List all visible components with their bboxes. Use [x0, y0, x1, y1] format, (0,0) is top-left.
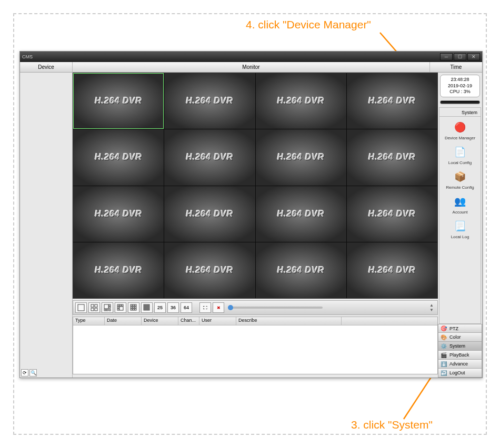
svg-rect-16 — [117, 307, 119, 308]
clock-widget: 23:48:28 2019-02-19 CPU : 3% — [440, 75, 480, 97]
svg-rect-18 — [117, 309, 119, 310]
video-cell[interactable]: H.264 DVR — [256, 129, 346, 185]
system-item-label: Device Manager — [442, 136, 478, 140]
menu-item-label: LogOut — [449, 370, 465, 375]
maximize-button[interactable]: ☐ — [454, 53, 466, 60]
svg-rect-4 — [95, 304, 97, 307]
log-column-header[interactable]: Date — [105, 317, 142, 325]
menu-item-label: PTZ — [449, 326, 458, 331]
device-tree-panel: ⟳ 🔍 — [20, 73, 73, 378]
svg-rect-19 — [131, 304, 132, 306]
playback-icon: 🎬 — [441, 352, 447, 358]
layout-25-button[interactable]: 25 — [154, 302, 166, 313]
menu-item-label: Color — [449, 334, 461, 340]
layout-6-icon[interactable] — [102, 302, 113, 313]
svg-rect-12 — [109, 309, 111, 311]
page-down-icon[interactable]: ▼ — [428, 308, 435, 312]
menu-item-playback[interactable]: 🎬 PlayBack — [438, 351, 482, 360]
layout-64-button[interactable]: 64 — [181, 302, 192, 313]
svg-rect-5 — [91, 308, 94, 311]
local-log-icon: 📃 — [453, 219, 467, 233]
svg-rect-24 — [135, 307, 136, 308]
disconnect-icon[interactable]: ✖ — [213, 302, 224, 313]
zoom-slider[interactable] — [228, 307, 323, 309]
system-panel-title: System — [439, 110, 481, 117]
video-cell[interactable]: H.264 DVR — [164, 73, 255, 129]
system-item-local-config[interactable]: 📄 Local Config — [442, 145, 478, 165]
video-cell[interactable]: H.264 DVR — [347, 242, 437, 298]
menu-item-system[interactable]: ⚙️ System — [438, 342, 482, 351]
tabs-bar: Device Monitor Time — [20, 62, 482, 73]
layout-36-button[interactable]: 36 — [167, 302, 179, 313]
system-item-label: Local Config — [442, 160, 478, 165]
svg-rect-33 — [145, 306, 146, 307]
video-cell[interactable]: H.264 DVR — [347, 129, 437, 185]
titlebar: CMS ─ ☐ ✕ — [20, 52, 482, 62]
system-item-local-log[interactable]: 📃 Local Log — [442, 219, 478, 239]
page-up-icon[interactable]: ▲ — [428, 303, 435, 308]
side-menu: 🎯 PTZ🎨 Color⚙️ System🎬 PlayBack⬇️ Advanc… — [438, 324, 482, 378]
tab-monitor[interactable]: Monitor — [73, 62, 429, 72]
tab-device[interactable]: Device — [20, 62, 73, 72]
annotation-step4: 4. click "Device Manager" — [246, 18, 371, 31]
system-item-label: Remote Config — [442, 185, 478, 190]
search-icon[interactable]: 🔍 — [29, 369, 37, 376]
system-item-device-manager[interactable]: 🔴 Device Manager — [442, 120, 478, 140]
svg-rect-27 — [135, 309, 136, 310]
video-cell[interactable]: H.264 DVR — [73, 73, 164, 129]
layout-4-icon[interactable] — [88, 302, 100, 313]
main-area: H.264 DVRH.264 DVRH.264 DVRH.264 DVRH.26… — [73, 73, 438, 378]
svg-rect-31 — [148, 304, 149, 306]
video-cell[interactable]: H.264 DVR — [256, 73, 346, 129]
svg-rect-6 — [95, 308, 97, 311]
svg-rect-38 — [147, 308, 148, 309]
svg-rect-41 — [145, 309, 146, 310]
menu-item-ptz[interactable]: 🎯 PTZ — [438, 324, 482, 333]
svg-rect-32 — [144, 306, 145, 307]
video-cell[interactable]: H.264 DVR — [347, 73, 437, 129]
menu-item-color[interactable]: 🎨 Color — [438, 333, 482, 342]
svg-rect-37 — [145, 308, 146, 309]
video-cell[interactable]: H.264 DVR — [347, 186, 437, 242]
fullscreen-icon[interactable]: ⛶ — [199, 302, 211, 313]
svg-rect-28 — [144, 304, 145, 306]
page-frame: 4. click "Device Manager" 3. click "Syst… — [13, 13, 487, 435]
remote-config-icon: 📦 — [453, 169, 467, 184]
video-cell[interactable]: H.264 DVR — [73, 129, 164, 185]
tab-time[interactable]: Time — [429, 62, 482, 72]
video-cell[interactable]: H.264 DVR — [256, 186, 346, 242]
menu-item-logout[interactable]: ↩️ LogOut — [438, 369, 482, 378]
log-column-header[interactable]: Device — [142, 317, 178, 325]
video-cell[interactable]: H.264 DVR — [73, 186, 164, 242]
system-item-account[interactable]: 👥 Account — [442, 194, 478, 215]
color-icon: 🎨 — [441, 334, 447, 340]
svg-rect-2 — [78, 304, 84, 311]
log-column-header[interactable]: Describe — [236, 317, 342, 325]
video-cell[interactable]: H.264 DVR — [164, 242, 255, 298]
minimize-button[interactable]: ─ — [440, 53, 453, 60]
video-cell[interactable]: H.264 DVR — [164, 129, 255, 185]
log-column-header[interactable]: Chan... — [178, 317, 199, 325]
refresh-icon[interactable]: ⟳ — [21, 369, 28, 376]
clock-cpu: CPU : 3% — [442, 89, 478, 95]
layout-9-icon[interactable] — [128, 302, 139, 313]
system-item-remote-config[interactable]: 📦 Remote Config — [442, 169, 478, 190]
log-column-header[interactable]: User — [199, 317, 236, 325]
video-cell[interactable]: H.264 DVR — [164, 186, 255, 242]
menu-item-label: Advance — [449, 361, 468, 366]
cms-window: CMS ─ ☐ ✕ Device Monitor Time ⟳ 🔍 H.264 — [19, 51, 483, 378]
log-header: TypeDateDeviceChan...UserDescribe — [73, 317, 437, 325]
close-button[interactable]: ✕ — [467, 53, 480, 60]
layout-1-icon[interactable] — [75, 302, 87, 313]
video-cell[interactable]: H.264 DVR — [256, 242, 346, 298]
svg-rect-14 — [119, 304, 121, 306]
layout-16-icon[interactable] — [141, 302, 153, 313]
layout-8-icon[interactable] — [115, 302, 126, 313]
svg-rect-29 — [145, 304, 146, 306]
log-column-header[interactable]: Type — [73, 317, 105, 325]
video-cell[interactable]: H.264 DVR — [73, 242, 164, 298]
menu-item-advance[interactable]: ⬇️ Advance — [438, 360, 482, 369]
system-panel: System 🔴 Device Manager📄 Local Config📦 R… — [439, 107, 481, 324]
svg-rect-20 — [133, 304, 134, 306]
svg-rect-11 — [106, 309, 108, 311]
